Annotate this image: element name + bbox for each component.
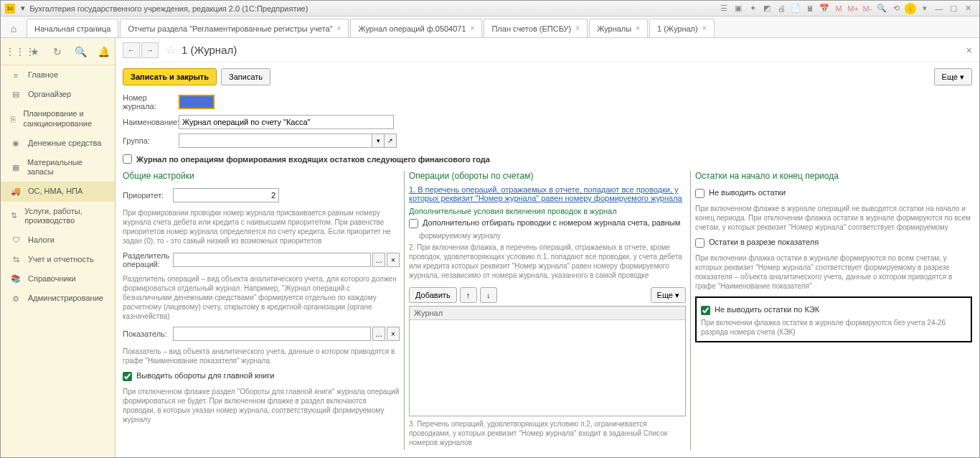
ellipsis-button[interactable]: … xyxy=(372,327,385,341)
page-title: 1 (Журнал) xyxy=(182,44,237,56)
journal-list[interactable]: Журнал xyxy=(409,306,686,416)
save-close-button[interactable]: Записать и закрыть xyxy=(123,68,217,85)
dropdown-button[interactable]: ▾ xyxy=(372,134,385,148)
nav-services[interactable]: ⇅Услуги, работы, производство xyxy=(1,202,115,230)
tab-journal-1[interactable]: 1 (Журнал)× xyxy=(649,19,714,37)
calc-icon[interactable]: 🖩 xyxy=(804,3,816,14)
col2-title: Операции (обороты по счетам) xyxy=(409,171,686,181)
mainbook-label: Выводить обороты для главной книги xyxy=(136,371,274,380)
no-kek-label: Не выводить остатки по КЭК xyxy=(715,305,819,314)
dropdown-icon[interactable]: ▾ xyxy=(919,3,930,14)
history-icon[interactable]: ↻ xyxy=(50,46,65,57)
move-up-button[interactable]: ↑ xyxy=(460,287,477,303)
bell-icon[interactable]: 🔔 xyxy=(96,46,110,57)
apps-icon[interactable]: ⋮⋮⋮ xyxy=(5,46,19,57)
toolbar-icon[interactable]: ✦ xyxy=(747,3,758,14)
clear-button[interactable]: × xyxy=(387,327,400,341)
nav-materials[interactable]: ▦Материальные запасы xyxy=(1,153,115,182)
nav-admin[interactable]: ⚙Администрирование xyxy=(1,289,115,308)
ellipsis-button[interactable]: … xyxy=(372,253,385,267)
nav-taxes[interactable]: 🛡Налоги xyxy=(1,230,115,250)
accounting-icon: ⇆ xyxy=(9,255,22,264)
nav-accounting[interactable]: ⇆Учет и отчетность xyxy=(1,250,115,269)
close-icon[interactable]: × xyxy=(702,24,707,32)
help-text: При включении флажка остатки в журнале ф… xyxy=(701,318,966,337)
tab-start[interactable]: Начальная страница xyxy=(27,19,118,37)
help-text: Показатель – вид объекта аналитического … xyxy=(123,347,400,365)
help-text: 3. Перечень операций, удовлетворяющих ус… xyxy=(409,419,686,447)
close-icon[interactable]: × xyxy=(471,24,475,32)
list-more-button[interactable]: Еще ▾ xyxy=(651,287,686,303)
print-icon[interactable]: 🖨 xyxy=(776,3,787,14)
close-icon[interactable]: × xyxy=(575,24,580,32)
nav-organizer[interactable]: ▤Органайзер xyxy=(1,85,115,104)
main-icon: ≡ xyxy=(9,71,22,80)
open-button[interactable]: ↗ xyxy=(384,134,397,148)
list-header: Журнал xyxy=(410,307,685,320)
group-input[interactable] xyxy=(179,134,372,148)
balances-by-ind-checkbox[interactable] xyxy=(695,238,705,248)
help-text: При формировании проводки номер журнала … xyxy=(123,208,400,246)
favorite-icon[interactable]: ☆ xyxy=(166,43,176,57)
tab-journals[interactable]: Журналы× xyxy=(589,19,648,37)
books-icon: 📚 xyxy=(9,274,22,284)
move-down-button[interactable]: ↓ xyxy=(480,287,497,303)
nav-os[interactable]: 🚚ОС, НМА, НПА xyxy=(1,182,115,201)
toolbar-icon[interactable]: ▣ xyxy=(732,3,744,14)
priority-input[interactable] xyxy=(173,188,279,202)
priority-label: Приоритет: xyxy=(123,191,173,200)
nav-planning[interactable]: ⎘Планирование и санкционирование xyxy=(1,104,115,133)
separator-input[interactable] xyxy=(173,253,371,267)
tab-plan[interactable]: План счетов (ЕПСБУ)× xyxy=(484,19,588,37)
m-icon[interactable]: M xyxy=(833,3,844,14)
add-button[interactable]: Добавить xyxy=(409,287,457,303)
year-checkbox[interactable] xyxy=(123,154,132,164)
indicator-input[interactable] xyxy=(173,327,371,341)
nav-references[interactable]: 📚Справочники xyxy=(1,269,115,289)
help-text: 2. При включении флажка, в перечень опер… xyxy=(409,243,686,280)
materials-icon: ▦ xyxy=(9,163,22,172)
close-page-icon[interactable]: × xyxy=(966,45,972,56)
number-label: Номер журнала: xyxy=(123,93,179,111)
toolbar-icon[interactable]: ☰ xyxy=(718,3,730,14)
m-plus-icon[interactable]: M+ xyxy=(847,3,859,14)
zoom-icon[interactable]: 🔍 xyxy=(876,3,887,14)
info-icon[interactable]: i xyxy=(905,3,916,14)
nav-main[interactable]: ≡Главное xyxy=(1,65,115,85)
nav-forward-button[interactable]: → xyxy=(141,42,159,58)
toolbar-icon[interactable]: 📄 xyxy=(790,3,801,14)
name-input[interactable] xyxy=(179,115,394,129)
more-button[interactable]: Еще ▾ xyxy=(934,68,972,85)
rule1-link[interactable]: 1. В перечень операций, отражаемых в отч… xyxy=(409,185,682,202)
maximize-icon[interactable]: ▢ xyxy=(948,3,959,14)
back-icon[interactable]: ⟲ xyxy=(890,3,902,14)
services-icon: ⇅ xyxy=(9,211,19,220)
minimize-icon[interactable]: — xyxy=(933,3,945,14)
m-minus-icon[interactable]: M- xyxy=(862,3,873,14)
search-icon[interactable]: 🔍 xyxy=(73,46,88,57)
help-text: При включении флажка остатки в журнале ф… xyxy=(695,253,972,291)
no-balances-checkbox[interactable] xyxy=(695,189,705,198)
name-label: Наименование: xyxy=(123,118,179,126)
clear-button[interactable]: × xyxy=(387,253,400,267)
star-icon[interactable]: ★ xyxy=(28,46,42,57)
close-icon[interactable]: × xyxy=(636,24,640,32)
number-input[interactable] xyxy=(179,95,215,109)
window-close-icon[interactable]: ✕ xyxy=(962,3,974,14)
extra-filter-sub: формируемому журналу xyxy=(419,232,501,240)
extra-filter-checkbox[interactable] xyxy=(409,219,418,228)
tab-journal-ops[interactable]: Журнал операций ф.0504071× xyxy=(350,19,482,37)
separator-label: Разделитель операций: xyxy=(123,251,173,268)
toolbar-icon[interactable]: ◩ xyxy=(761,3,773,14)
tab-reports[interactable]: Отчеты раздела "Регламентированные регис… xyxy=(120,19,349,37)
home-icon[interactable]: ⌂ xyxy=(5,20,22,37)
shield-icon: 🛡 xyxy=(9,235,22,244)
calendar-icon[interactable]: 📅 xyxy=(819,3,830,14)
save-button[interactable]: Записать xyxy=(221,68,270,85)
group-label: Группа: xyxy=(123,136,179,145)
no-kek-checkbox[interactable] xyxy=(701,306,710,315)
mainbook-checkbox[interactable] xyxy=(123,372,132,381)
nav-back-button[interactable]: ← xyxy=(123,42,140,58)
nav-money[interactable]: ◉Денежные средства xyxy=(1,134,115,153)
close-icon[interactable]: × xyxy=(337,24,341,32)
